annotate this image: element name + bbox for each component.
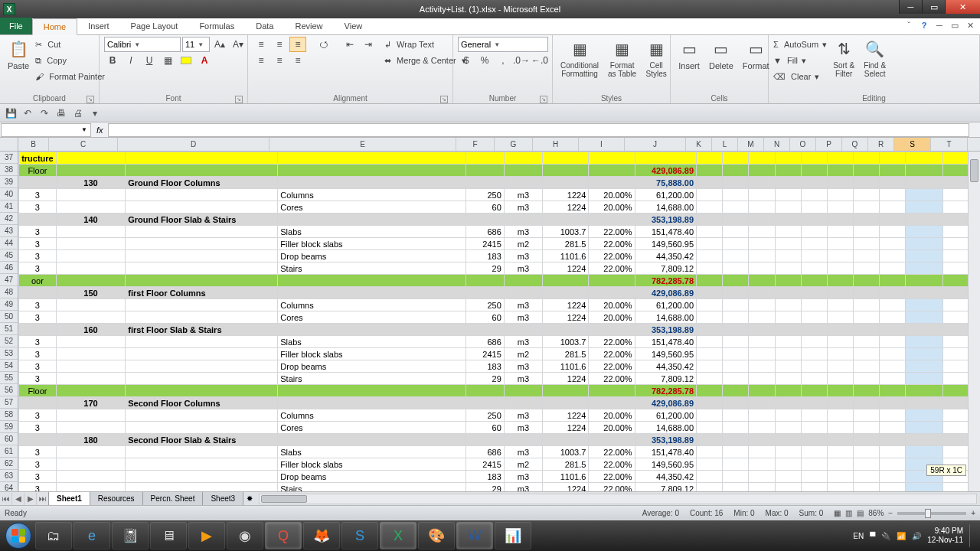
cell[interactable] [775,165,801,177]
cell[interactable] [278,287,466,299]
pagelayout-tab[interactable]: Page Layout [120,18,189,34]
cell[interactable]: 183 [466,250,504,262]
sheet-tab[interactable]: Resources [90,492,143,506]
cell[interactable] [906,250,942,262]
cell[interactable] [723,250,749,262]
cell[interactable]: 183 [466,471,504,483]
sheet-tab[interactable]: Sheet3 [202,492,243,506]
cell[interactable] [801,152,827,165]
cell[interactable] [126,250,278,262]
cell[interactable]: 183 [466,360,504,373]
cell[interactable]: 130 [56,177,125,189]
cell[interactable] [854,446,880,458]
cell[interactable]: 22.00% [589,348,635,360]
cell[interactable] [801,397,827,409]
cell[interactable] [854,311,880,324]
copy-button[interactable]: ⧉ Copy [35,53,105,68]
cell[interactable] [749,165,775,177]
cell[interactable]: Floor [19,385,57,397]
cell[interactable] [880,434,906,446]
cell[interactable] [749,336,775,348]
cell[interactable]: m3 [504,360,542,373]
cell[interactable] [880,250,906,262]
cell[interactable] [827,250,853,262]
cell[interactable]: Stairs [278,373,466,385]
cell[interactable] [880,324,906,336]
cell[interactable]: 180 [56,434,125,446]
cell[interactable] [749,409,775,422]
cell[interactable]: 3 [19,250,57,262]
cell[interactable] [504,275,542,287]
cell[interactable] [775,238,801,250]
cell[interactable] [126,360,278,373]
cell[interactable] [906,422,942,434]
cell[interactable]: 3 [19,226,57,238]
cell[interactable]: m2 [504,238,542,250]
cell[interactable] [775,299,801,311]
clear-button[interactable]: ⌫ Clear ▾ [773,69,827,84]
taskbar-firefox-icon[interactable]: 🦊 [303,522,340,549]
cell[interactable] [56,250,125,262]
view-tab[interactable]: View [334,18,374,34]
cell[interactable] [697,152,723,165]
cell[interactable] [906,385,942,397]
qat-more-icon[interactable]: ▾ [87,106,103,121]
cell[interactable]: m2 [504,458,542,471]
cell[interactable]: 151,478.40 [635,446,696,458]
cell[interactable] [906,165,942,177]
cell[interactable] [775,177,801,189]
row-header[interactable]: 62 [0,458,18,470]
cell[interactable] [723,262,749,275]
cell[interactable] [827,238,853,250]
column-header-G[interactable]: G [495,138,533,151]
cell[interactable] [775,397,801,409]
cell[interactable] [827,324,853,336]
cell[interactable] [126,471,278,483]
doc-restore-icon[interactable]: ▭ [949,20,960,31]
cell[interactable]: Filler block slabs [278,458,466,471]
sheet-nav-prev-icon[interactable]: ◀ [12,493,24,505]
cell[interactable] [801,373,827,385]
cell[interactable] [126,226,278,238]
cell[interactable] [854,214,880,226]
cell[interactable]: 14,688.00 [635,201,696,214]
cell[interactable]: 686 [466,336,504,348]
cell[interactable]: 75,888.00 [635,177,696,189]
cell[interactable] [19,287,57,299]
cell[interactable] [854,262,880,275]
cell[interactable]: 1224 [543,189,589,201]
cell[interactable] [749,324,775,336]
cell[interactable] [697,250,723,262]
cell[interactable] [56,275,125,287]
cell[interactable] [466,275,504,287]
cell[interactable]: 20.00% [589,409,635,422]
column-header-D[interactable]: D [118,138,270,151]
column-headers[interactable]: BCDEFGHIJKLMNOPQRST [18,138,980,152]
cell[interactable] [827,201,853,214]
zoom-in-icon[interactable]: + [971,509,975,517]
cell[interactable] [827,275,853,287]
row-header[interactable]: 59 [0,421,18,433]
undo-icon[interactable]: ↶ [20,106,35,121]
cell[interactable] [880,299,906,311]
cell[interactable]: 44,350.42 [635,360,696,373]
cell[interactable] [880,336,906,348]
row-header[interactable]: 61 [0,445,18,458]
cell[interactable] [466,434,504,446]
cell[interactable]: 3 [19,409,57,422]
cell[interactable]: 29 [466,262,504,275]
cell[interactable] [801,348,827,360]
column-header-C[interactable]: C [49,138,118,151]
cell[interactable] [723,483,749,492]
taskbar-calc-icon[interactable]: 🖥 [150,522,187,549]
cell[interactable] [801,226,827,238]
print-preview-icon[interactable]: 🖶 [54,106,69,121]
doc-close-icon[interactable]: ✕ [965,20,975,31]
cell[interactable] [543,177,589,189]
cell[interactable]: first Floor Columns [126,287,278,299]
formulas-tab[interactable]: Formulas [188,18,245,34]
cell[interactable] [801,201,827,214]
cell[interactable]: 3 [19,373,57,385]
cell[interactable]: Columns [278,299,466,311]
cell[interactable] [697,373,723,385]
